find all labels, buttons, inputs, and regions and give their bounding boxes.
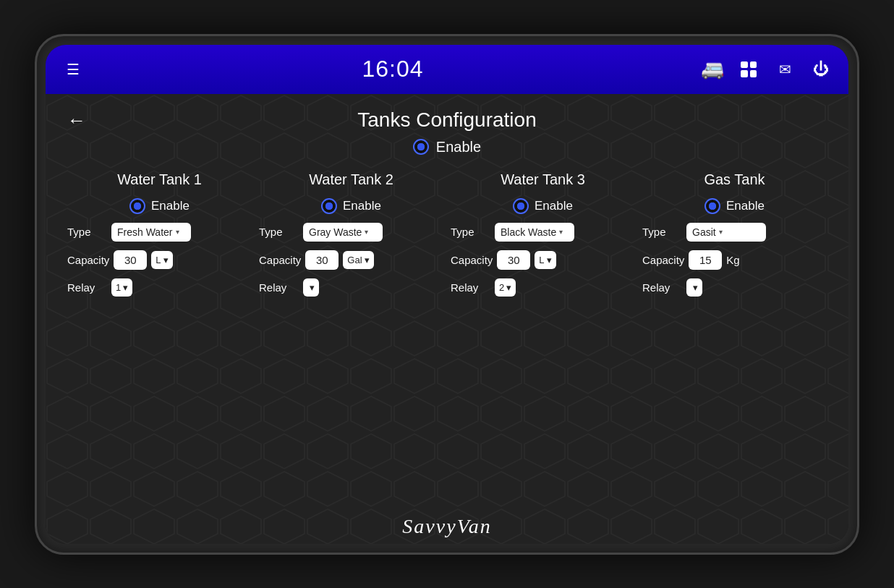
water-tank-3-enable-label: Enable (535, 199, 573, 213)
grid-cell-2 (750, 61, 757, 69)
water-tank-1-column: Water Tank 1 Enable Type Fresh Water ▾ (67, 171, 252, 297)
gas-tank-relay-label: Relay (642, 281, 682, 294)
water-tank-2-enable-radio[interactable] (321, 198, 337, 214)
water-tank-3-unit-chevron: ▾ (547, 255, 552, 265)
water-tank-3-column: Water Tank 3 Enable Type Black Waste ▾ (451, 171, 635, 297)
water-tank-2-type-select[interactable]: Gray Waste ▾ (303, 223, 383, 242)
gas-tank-capacity-input[interactable]: 15 (689, 250, 722, 270)
header-left: ☰ (60, 56, 86, 82)
page-header: ← Tanks Configuration (67, 108, 827, 132)
brand-logo: SavvyVan (402, 515, 491, 538)
water-tank-2-enable-label: Enable (343, 199, 381, 213)
water-tank-2-unit-chevron: ▾ (365, 255, 370, 265)
water-tank-3-type-select[interactable]: Black Waste ▾ (495, 223, 574, 242)
gas-tank-unit-static: Kg (726, 254, 739, 266)
water-tank-3-relay-chevron: ▾ (506, 282, 511, 293)
tanks-grid: Water Tank 1 Enable Type Fresh Water ▾ (67, 171, 827, 297)
water-tank-2-type-label: Type (259, 226, 299, 238)
mail-icon[interactable]: ✉ (772, 56, 798, 82)
gas-tank-relay-chevron: ▾ (693, 282, 698, 293)
gas-tank-relay-row: Relay ▾ (642, 278, 827, 297)
header-bar: ☰ 16:04 🚐 ✉ ⏻ (46, 45, 848, 94)
main-content: ← Tanks Configuration Enable Water Tank … (46, 94, 848, 544)
grid-cell-1 (741, 61, 748, 69)
gas-tank-type-chevron: ▾ (719, 228, 723, 236)
water-tank-1-type-chevron: ▾ (176, 228, 179, 236)
water-tank-2-capacity-row: Capacity 30 Gal ▾ (259, 250, 443, 270)
water-tank-1-enable-radio[interactable] (129, 198, 145, 214)
gas-tank-enable-row: Enable (704, 198, 765, 214)
water-tank-3-unit-value: L (539, 255, 544, 265)
screen: ☰ 16:04 🚐 ✉ ⏻ (46, 45, 848, 544)
gas-tank-type-label: Type (642, 226, 682, 238)
water-tank-2-unit-select[interactable]: Gal ▾ (343, 251, 373, 269)
water-tank-3-title: Water Tank 3 (501, 171, 585, 188)
gas-tank-enable-label: Enable (726, 199, 765, 213)
water-tank-3-type-row: Type Black Waste ▾ (451, 223, 635, 242)
water-tank-3-capacity-row: Capacity 30 L ▾ (451, 250, 635, 270)
grid-cell-4 (750, 70, 757, 77)
water-tank-3-enable-radio[interactable] (513, 198, 529, 214)
water-tank-2-capacity-label: Capacity (259, 254, 301, 266)
water-tank-2-unit-value: Gal (347, 255, 362, 265)
water-tank-2-type-value: Gray Waste (309, 226, 362, 238)
water-tank-1-relay-select[interactable]: 1 ▾ (111, 278, 132, 297)
water-tank-1-relay-label: Relay (67, 281, 107, 294)
water-tank-3-relay-value: 2 (499, 282, 504, 293)
content-wrapper: ← Tanks Configuration Enable Water Tank … (67, 108, 827, 297)
water-tank-2-enable-row: Enable (321, 198, 381, 214)
global-enable-label: Enable (436, 139, 481, 155)
water-tank-1-unit-value: L (156, 255, 161, 265)
gas-tank-column: Gas Tank Enable Type Gasit ▾ (642, 171, 827, 297)
water-tank-3-capacity-label: Capacity (451, 254, 493, 266)
water-tank-1-relay-chevron: ▾ (123, 282, 128, 293)
water-tank-2-title: Water Tank 2 (309, 171, 393, 188)
water-tank-1-unit-select[interactable]: L ▾ (151, 251, 172, 269)
water-tank-3-type-chevron: ▾ (559, 228, 563, 236)
water-tank-3-type-label: Type (451, 226, 490, 238)
hamburger-menu-icon[interactable]: ☰ (60, 56, 86, 82)
water-tank-1-relay-row: Relay 1 ▾ (67, 278, 252, 297)
water-tank-3-unit-select[interactable]: L ▾ (535, 251, 555, 269)
water-tank-1-type-select[interactable]: Fresh Water ▾ (111, 223, 191, 242)
water-tank-3-type-value: Black Waste (501, 226, 556, 238)
water-tank-2-capacity-input[interactable]: 30 (305, 250, 339, 270)
global-enable-row: Enable (413, 139, 481, 155)
water-tank-3-capacity-input[interactable]: 30 (497, 250, 530, 270)
gas-tank-capacity-row: Capacity 15 Kg (642, 250, 827, 270)
header-right: 🚐 ✉ ⏻ (699, 56, 834, 82)
grid-cell-3 (741, 70, 748, 77)
gas-tank-relay-select[interactable]: ▾ (686, 278, 702, 297)
van-icon[interactable]: 🚐 (699, 56, 725, 82)
device-frame: ☰ 16:04 🚐 ✉ ⏻ (35, 34, 859, 555)
water-tank-1-type-row: Type Fresh Water ▾ (67, 223, 252, 242)
power-icon[interactable]: ⏻ (808, 56, 834, 82)
water-tank-2-relay-label: Relay (259, 281, 299, 294)
gas-tank-enable-radio[interactable] (704, 198, 720, 214)
gas-tank-title: Gas Tank (704, 171, 765, 188)
water-tank-2-type-chevron: ▾ (365, 228, 368, 236)
water-tank-1-capacity-label: Capacity (67, 254, 109, 266)
gas-tank-type-row: Type Gasit ▾ (642, 223, 827, 242)
water-tank-1-unit-chevron: ▾ (163, 255, 169, 265)
water-tank-2-type-row: Type Gray Waste ▾ (259, 223, 443, 242)
back-button[interactable]: ← (67, 111, 86, 129)
gas-tank-type-select[interactable]: Gasit ▾ (686, 223, 766, 242)
grid-view-icon[interactable] (736, 56, 762, 82)
water-tank-3-enable-row: Enable (513, 198, 573, 214)
global-enable-radio[interactable] (413, 139, 429, 155)
header-clock: 16:04 (86, 56, 699, 82)
water-tank-1-relay-value: 1 (116, 282, 121, 293)
water-tank-1-enable-label: Enable (151, 199, 190, 213)
gas-tank-capacity-label: Capacity (642, 254, 684, 266)
water-tank-1-enable-row: Enable (129, 198, 190, 214)
water-tank-1-title: Water Tank 1 (117, 171, 202, 188)
water-tank-2-relay-chevron: ▾ (310, 282, 315, 293)
water-tank-2-relay-row: Relay ▾ (259, 278, 443, 297)
water-tank-3-relay-select[interactable]: 2 ▾ (495, 278, 516, 297)
page-title: Tanks Configuration (93, 108, 827, 132)
water-tank-2-relay-select[interactable]: ▾ (303, 278, 319, 297)
water-tank-2-column: Water Tank 2 Enable Type Gray Waste ▾ (259, 171, 443, 297)
water-tank-1-capacity-input[interactable]: 30 (114, 250, 147, 270)
water-tank-1-type-label: Type (67, 226, 107, 238)
